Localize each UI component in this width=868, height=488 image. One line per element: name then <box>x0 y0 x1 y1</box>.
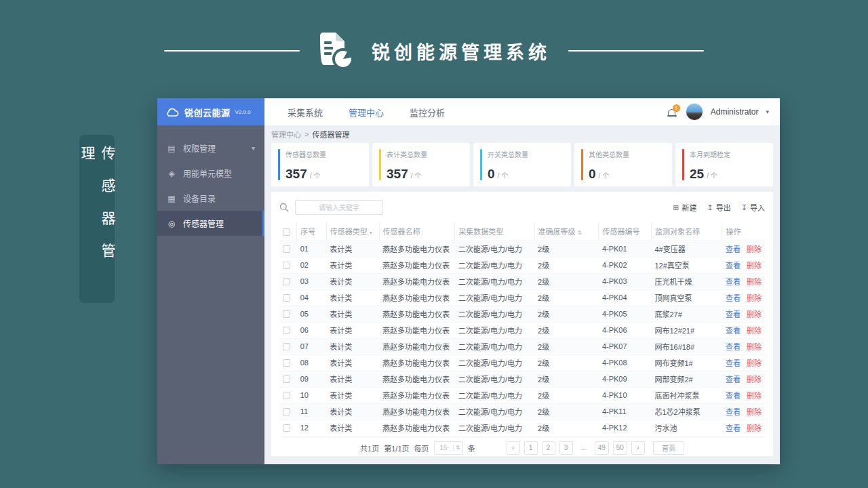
delete-link[interactable]: 删除 <box>747 392 762 400</box>
row-checkbox[interactable] <box>283 392 290 399</box>
delete-link[interactable]: 删除 <box>747 424 762 432</box>
delete-link[interactable]: 删除 <box>747 359 762 367</box>
cell-monitor-target: 底面衬冲浆泵 <box>651 387 722 403</box>
row-checkbox[interactable] <box>283 245 290 253</box>
per-page-stepper-icon[interactable]: ⇅ <box>453 445 462 451</box>
sidebar-menu-item[interactable]: ▤ 权限管理 ▾ <box>157 136 264 161</box>
row-checkbox[interactable] <box>283 310 290 318</box>
user-avatar[interactable] <box>686 103 703 121</box>
search-input[interactable] <box>295 200 383 215</box>
view-link[interactable]: 查看 <box>726 294 741 302</box>
delete-link[interactable]: 删除 <box>747 408 762 416</box>
delete-link[interactable]: 删除 <box>747 278 762 286</box>
prev-page-button[interactable]: ‹ <box>507 441 520 455</box>
row-checkbox[interactable] <box>283 375 290 383</box>
table-column-header[interactable]: 序号 <box>297 222 327 241</box>
user-dropdown-caret-icon[interactable]: ▾ <box>766 108 769 115</box>
row-checkbox[interactable] <box>283 424 290 432</box>
stat-card: 传感器总数量 357/ 个 <box>271 143 369 186</box>
first-page-button[interactable]: 首页 <box>653 441 684 455</box>
row-checkbox[interactable] <box>283 278 290 285</box>
view-link[interactable]: 查看 <box>726 245 741 253</box>
table-column-header[interactable]: 准确度等级⇅ <box>534 222 599 241</box>
export-button[interactable]: ↥ 导出 <box>707 202 731 213</box>
delete-link[interactable]: 删除 <box>747 262 762 270</box>
cell-accuracy: 2级 <box>534 403 599 420</box>
top-nav-item[interactable]: 管理中心 <box>349 106 384 119</box>
row-checkbox[interactable] <box>283 408 290 415</box>
next-page-button[interactable]: › <box>631 441 645 455</box>
view-link[interactable]: 查看 <box>726 343 741 351</box>
view-link[interactable]: 查看 <box>726 375 741 384</box>
sidebar-menu-item[interactable]: ◎ 传感器管理 ▾ <box>157 211 264 236</box>
cell-monitor-target: 12#真空泵 <box>651 257 722 273</box>
delete-link[interactable]: 删除 <box>747 310 762 319</box>
total-pages: 共1页 <box>360 443 379 453</box>
row-checkbox[interactable] <box>283 327 290 334</box>
view-link[interactable]: 查看 <box>726 392 741 400</box>
view-link[interactable]: 查看 <box>726 408 741 416</box>
cell-sensor-type: 表计类 <box>326 354 379 371</box>
table-row: 08 表计类 燕赵多功能电力仪表 二次能源/电力/电力 2级 4-PK08 网布… <box>279 354 765 371</box>
table-column-header[interactable]: 传感器名称 <box>379 222 455 241</box>
breadcrumb-parent[interactable]: 管理中心 <box>271 129 301 140</box>
vertical-section-label: 传感器管理 <box>79 135 115 303</box>
column-header-icon[interactable]: ▾ <box>370 230 372 236</box>
delete-link[interactable]: 删除 <box>747 375 762 384</box>
delete-link[interactable]: 删除 <box>747 245 762 253</box>
cell-accuracy: 2级 <box>534 354 599 371</box>
cell-sensor-type: 表计类 <box>326 289 379 306</box>
view-link[interactable]: 查看 <box>726 359 741 367</box>
table-row: 12 表计类 燕赵多功能电力仪表 二次能源/电力/电力 2级 4-PK12 污水… <box>279 420 765 436</box>
column-header-icon[interactable]: ⇅ <box>578 230 583 236</box>
cell-accuracy: 2级 <box>534 338 599 354</box>
top-nav-item[interactable]: 采集系统 <box>288 106 323 119</box>
cell-sensor-name: 燕赵多功能电力仪表 <box>379 306 455 322</box>
view-link[interactable]: 查看 <box>726 310 741 319</box>
table-row: 02 表计类 燕赵多功能电力仪表 二次能源/电力/电力 2级 4-PK02 12… <box>279 257 765 273</box>
row-checkbox[interactable] <box>283 343 290 350</box>
row-checkbox[interactable] <box>283 262 290 269</box>
table-column-header[interactable]: 监测对象名称 <box>651 222 722 241</box>
cell-data-type: 二次能源/电力/电力 <box>455 241 534 257</box>
cell-sensor-name: 燕赵多功能电力仪表 <box>379 354 455 371</box>
cell-no: 12 <box>297 420 327 436</box>
per-page-selector[interactable]: 15 ⇅ <box>434 441 463 455</box>
unit-label: 条 <box>468 443 475 453</box>
delete-link[interactable]: 删除 <box>747 294 762 302</box>
menu-item-icon: ▤ <box>167 144 176 153</box>
page-number-button[interactable]: 49 <box>595 441 609 455</box>
select-all-checkbox[interactable] <box>283 228 290 236</box>
cell-actions: 查看删除 <box>722 387 765 403</box>
view-link[interactable]: 查看 <box>726 327 741 335</box>
page-number-button[interactable]: 50 <box>613 441 627 455</box>
sidebar-menu-item[interactable]: ▦ 设备目录 ▾ <box>157 186 264 211</box>
pagination: 共1页 第1/1页 每页 15 ⇅ 条 ‹ 1 <box>279 436 765 456</box>
stat-unit: / 个 <box>707 172 717 180</box>
table-column-header[interactable]: 传感器编号 <box>599 222 651 241</box>
view-link[interactable]: 查看 <box>726 278 741 286</box>
user-name[interactable]: Administrator <box>711 107 759 117</box>
page-number-button[interactable]: 2 <box>542 441 555 455</box>
delete-link[interactable]: 删除 <box>747 327 762 335</box>
top-nav-item[interactable]: 监控分析 <box>410 106 445 119</box>
table-column-header[interactable]: 采集数据类型 <box>455 222 534 241</box>
table-column-header[interactable]: 操作 <box>722 222 765 241</box>
search-area <box>279 200 383 215</box>
view-link[interactable]: 查看 <box>726 262 741 270</box>
page-number-button[interactable]: ... <box>577 441 591 455</box>
import-button[interactable]: ↧ 导入 <box>741 202 765 213</box>
page-number-button[interactable]: 3 <box>559 441 573 455</box>
delete-link[interactable]: 删除 <box>747 343 762 351</box>
cell-sensor-type: 表计类 <box>326 273 379 289</box>
cell-data-type: 二次能源/电力/电力 <box>455 371 534 387</box>
row-checkbox[interactable] <box>283 359 290 367</box>
sidebar-menu-item[interactable]: ◈ 用能单元模型 ▾ <box>157 161 264 186</box>
page-number-button[interactable]: 1 <box>524 441 538 455</box>
create-button[interactable]: ⊞ 新建 <box>673 202 696 213</box>
cell-data-type: 二次能源/电力/电力 <box>455 354 534 371</box>
notification-bell-icon[interactable]: 5 <box>666 106 678 118</box>
view-link[interactable]: 查看 <box>726 424 741 432</box>
row-checkbox[interactable] <box>283 294 290 302</box>
table-column-header[interactable]: 传感器类型▾ <box>326 222 379 241</box>
